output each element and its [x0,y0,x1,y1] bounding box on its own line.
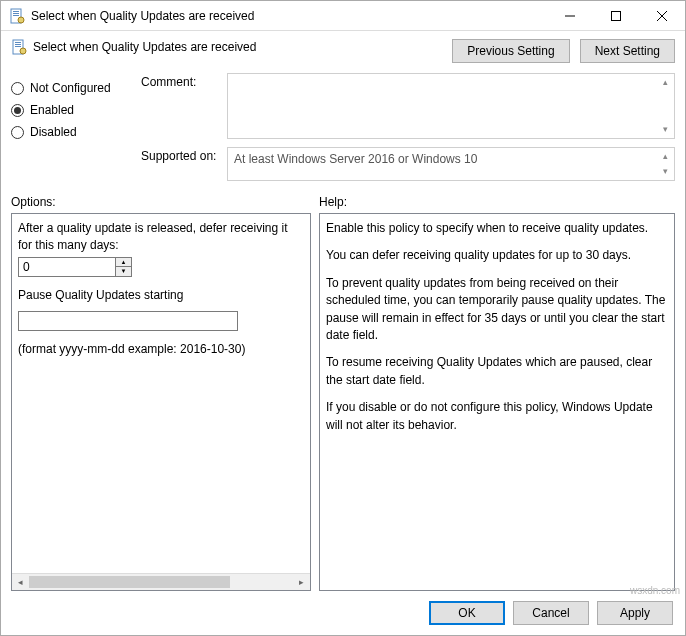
defer-days-input-group: ▲ ▼ [18,257,132,277]
help-paragraph: Enable this policy to specify when to re… [326,220,668,237]
help-paragraph: To prevent quality updates from being re… [326,275,668,345]
policy-icon [11,39,27,55]
scroll-track[interactable] [29,574,293,590]
nav-buttons: Previous Setting Next Setting [452,39,675,63]
scroll-right-icon[interactable]: ▸ [293,574,310,590]
radio-icon [11,82,24,95]
supported-value: At least Windows Server 2016 or Windows … [234,152,477,166]
svg-rect-2 [13,13,19,14]
svg-rect-11 [15,44,21,45]
help-title: Help: [319,195,675,209]
ok-button[interactable]: OK [429,601,505,625]
svg-rect-3 [13,15,19,16]
close-button[interactable] [639,1,685,31]
format-hint: (format yyyy-mm-dd example: 2016-10-30) [18,341,304,358]
app-icon [9,8,25,24]
radio-icon [11,126,24,139]
maximize-button[interactable] [593,1,639,31]
options-body: After a quality update is released, defe… [12,214,310,590]
comment-textarea[interactable]: ▴ ▾ [227,73,675,139]
scroll-down-icon[interactable]: ▾ [659,165,672,178]
defer-days-input[interactable] [18,257,116,277]
content-panels: Options: After a quality update is relea… [1,189,685,591]
maximize-icon [611,11,621,21]
svg-rect-12 [15,46,21,47]
pause-label: Pause Quality Updates starting [18,287,304,304]
scroll-down-icon[interactable]: ▾ [659,123,672,136]
apply-button[interactable]: Apply [597,601,673,625]
svg-point-4 [18,17,24,23]
horizontal-scrollbar[interactable]: ◂ ▸ [12,573,310,590]
fields-grid: Comment: ▴ ▾ Supported on: At least Wind… [141,73,675,181]
close-icon [657,11,667,21]
spinner: ▲ ▼ [116,257,132,277]
policy-name: Select when Quality Updates are received [33,40,256,54]
help-paragraph: If you disable or do not configure this … [326,399,668,434]
pause-date-input[interactable] [18,311,238,331]
radio-label: Not Configured [30,81,111,95]
help-paragraph: You can defer receiving quality updates … [326,247,668,264]
comment-label: Comment: [141,73,227,89]
radio-label: Disabled [30,125,77,139]
options-column: Options: After a quality update is relea… [11,189,311,591]
previous-setting-button[interactable]: Previous Setting [452,39,569,63]
scroll-thumb[interactable] [29,576,230,588]
header-left: Select when Quality Updates are received [11,39,452,55]
settings-area: Not Configured Enabled Disabled Comment:… [1,69,685,189]
radio-enabled[interactable]: Enabled [11,103,141,117]
dialog-window: Select when Quality Updates are received… [0,0,686,636]
radio-disabled[interactable]: Disabled [11,125,141,139]
minimize-button[interactable] [547,1,593,31]
svg-rect-1 [13,11,19,12]
header: Select when Quality Updates are received… [1,31,685,69]
minimize-icon [565,11,575,21]
svg-rect-10 [15,42,21,43]
radio-label: Enabled [30,103,74,117]
dialog-footer: OK Cancel Apply [1,591,685,635]
cancel-button[interactable]: Cancel [513,601,589,625]
help-panel: Enable this policy to specify when to re… [319,213,675,591]
supported-on-text: At least Windows Server 2016 or Windows … [227,147,675,181]
supported-label: Supported on: [141,147,227,163]
spin-up-button[interactable]: ▲ [116,258,131,268]
radio-not-configured[interactable]: Not Configured [11,81,141,95]
scroll-left-icon[interactable]: ◂ [12,574,29,590]
next-setting-button[interactable]: Next Setting [580,39,675,63]
options-title: Options: [11,195,311,209]
svg-point-13 [20,48,26,54]
window-title: Select when Quality Updates are received [31,9,547,23]
spin-down-button[interactable]: ▼ [116,267,131,276]
scroll-up-icon[interactable]: ▴ [659,76,672,89]
help-column: Help: Enable this policy to specify when… [319,189,675,591]
title-bar: Select when Quality Updates are received [1,1,685,31]
radio-icon [11,104,24,117]
state-radios: Not Configured Enabled Disabled [11,73,141,181]
options-panel: After a quality update is released, defe… [11,213,311,591]
defer-days-label: After a quality update is released, defe… [18,220,304,255]
svg-rect-6 [612,11,621,20]
help-body: Enable this policy to specify when to re… [320,214,674,590]
help-paragraph: To resume receiving Quality Updates whic… [326,354,668,389]
scroll-up-icon[interactable]: ▴ [659,150,672,163]
